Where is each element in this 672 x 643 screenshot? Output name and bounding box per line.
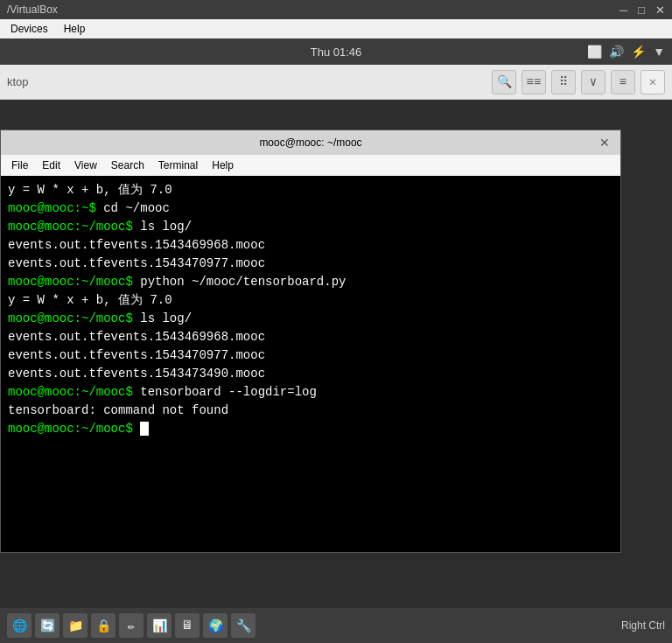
- list-view-btn[interactable]: ≡≡: [522, 70, 546, 94]
- vbox-taskbar: 🌐 🔄 📁 🔒 ✏ 📊 🖥 🌍 🔧 Right Ctrl: [0, 608, 672, 643]
- menu-arrow-icon[interactable]: ▼: [653, 45, 665, 59]
- terminal-titlebar: mooc@mooc: ~/mooc ✕: [1, 130, 620, 155]
- terminal-line: y = W * x + b, 值为 7.0: [8, 291, 613, 310]
- menu-help[interactable]: Help: [57, 21, 93, 37]
- desktop-label: ktop: [7, 75, 29, 88]
- taskbar-icon-globe[interactable]: 🌍: [203, 613, 228, 638]
- grid-view-btn[interactable]: ⠿: [551, 70, 576, 94]
- taskbar-icon-lock[interactable]: 🔒: [91, 613, 116, 638]
- vbox-menubar: Devices Help: [0, 19, 672, 38]
- battery-icon[interactable]: ⚡: [631, 45, 646, 59]
- terminal-menu-search[interactable]: Search: [106, 157, 150, 173]
- terminal-window: mooc@mooc: ~/mooc ✕ File Edit View Searc…: [0, 129, 621, 553]
- taskbar-icon-refresh[interactable]: 🔄: [35, 613, 60, 638]
- vbox-clockbar: Thu 01:46 ⬜ 🔊 ⚡ ▼: [0, 38, 672, 65]
- terminal-line: mooc@mooc:~$ cd ~/mooc: [8, 199, 613, 218]
- terminal-line: mooc@mooc:~/mooc$ tensorboard --logdir=l…: [8, 383, 613, 402]
- taskbar-icon-edit[interactable]: ✏: [119, 613, 144, 638]
- sort-btn[interactable]: ∨: [581, 70, 606, 94]
- taskbar-icon-folder[interactable]: 📁: [63, 613, 88, 638]
- vbox-toolbar-right: 🔍 ≡≡ ⠿ ∨ ≡ ✕: [492, 70, 665, 94]
- terminal-menubar: File Edit View Search Terminal Help: [1, 155, 620, 176]
- terminal-line: y = W * x + b, 值为 7.0: [8, 181, 613, 199]
- fullscreen-icon[interactable]: ⬜: [587, 45, 602, 59]
- terminal-line: mooc@mooc:~/mooc$ ls log/: [8, 218, 613, 236]
- terminal-cursor: [140, 422, 149, 436]
- search-toolbar-btn[interactable]: 🔍: [492, 70, 516, 94]
- terminal-line: mooc@mooc:~/mooc$ python ~/mooc/tensorbo…: [8, 273, 613, 291]
- taskbar-right: Right Ctrl: [621, 619, 665, 632]
- right-ctrl-label: Right Ctrl: [621, 619, 665, 632]
- terminal-menu-file[interactable]: File: [6, 157, 33, 173]
- terminal-line: mooc@mooc:~/mooc$ ls log/: [8, 310, 613, 328]
- terminal-menu-edit[interactable]: Edit: [37, 157, 66, 173]
- vbox-titlebar: /VirtualBox ─ □ ✕: [0, 0, 672, 19]
- options-btn[interactable]: ≡: [611, 70, 635, 94]
- terminal-line: events.out.tfevents.1543470977.mooc: [8, 346, 613, 365]
- taskbar-left: 🌐 🔄 📁 🔒 ✏ 📊 🖥 🌍 🔧: [7, 613, 256, 638]
- vbox-clockbar-right: ⬜ 🔊 ⚡ ▼: [587, 45, 665, 59]
- terminal-menu-terminal[interactable]: Terminal: [153, 157, 203, 173]
- maximize-button[interactable]: □: [638, 3, 645, 17]
- terminal-line: tensorboard: command not found: [8, 402, 613, 420]
- taskbar-icon-settings[interactable]: 🔧: [231, 613, 256, 638]
- terminal-title: mooc@mooc: ~/mooc: [25, 136, 596, 149]
- terminal-line: events.out.tfevents.1543470977.mooc: [8, 255, 613, 273]
- clock-display: Thu 01:46: [311, 45, 362, 59]
- taskbar-icon-chart[interactable]: 📊: [147, 613, 172, 638]
- terminal-line: events.out.tfevents.1543473490.mooc: [8, 365, 613, 383]
- terminal-line: events.out.tfevents.1543469968.mooc: [8, 328, 613, 346]
- terminal-menu-help[interactable]: Help: [206, 157, 239, 173]
- vbox-toolbar: ktop 🔍 ≡≡ ⠿ ∨ ≡ ✕: [0, 65, 672, 100]
- terminal-close-button[interactable]: ✕: [596, 134, 613, 151]
- taskbar-icon-monitor[interactable]: 🖥: [175, 613, 200, 638]
- close-window-button[interactable]: ✕: [655, 3, 665, 17]
- taskbar-icon-network[interactable]: 🌐: [7, 613, 32, 638]
- vbox-app-title: /VirtualBox: [7, 3, 58, 16]
- terminal-menu-view[interactable]: View: [69, 157, 102, 173]
- toolbar-close-btn[interactable]: ✕: [640, 70, 665, 94]
- vbox-toolbar-left: ktop: [7, 75, 29, 88]
- terminal-line: events.out.tfevents.1543469968.mooc: [8, 236, 613, 255]
- menu-devices[interactable]: Devices: [4, 21, 55, 37]
- terminal-line: mooc@mooc:~/mooc$: [8, 420, 613, 438]
- vbox-title-left: /VirtualBox: [7, 3, 58, 16]
- vbox-title-controls[interactable]: ─ □ ✕: [620, 3, 665, 17]
- audio-icon[interactable]: 🔊: [609, 45, 624, 59]
- minimize-button[interactable]: ─: [620, 3, 627, 17]
- terminal-body[interactable]: y = W * x + b, 值为 7.0mooc@mooc:~$ cd ~/m…: [1, 176, 620, 552]
